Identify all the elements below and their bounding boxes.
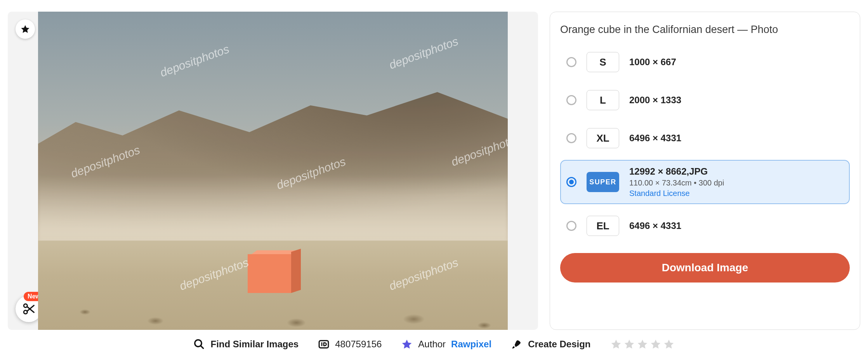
create-design-label: Create Design [528, 339, 590, 350]
search-icon [193, 338, 205, 350]
size-code-chip: XL [587, 128, 619, 148]
radio-button[interactable] [566, 221, 576, 231]
download-button[interactable]: Download Image [560, 253, 850, 283]
license-link[interactable]: Standard License [629, 189, 724, 198]
size-option-xl[interactable]: XL6496 × 4331 [560, 122, 850, 154]
size-code-chip: SUPER [587, 172, 619, 192]
author-label: Author [418, 339, 446, 350]
scissors-icon [22, 302, 36, 316]
size-option-s[interactable]: S1000 × 667 [560, 46, 850, 78]
rating-star-icon[interactable] [663, 338, 675, 350]
size-dimensions: 12992 × 8662,JPG [629, 166, 724, 177]
author-link[interactable]: Author Rawpixel [401, 338, 491, 350]
star-filled-icon [401, 338, 413, 350]
size-meta: 6496 × 4331 [629, 133, 681, 144]
create-design-button[interactable]: Create Design [511, 338, 590, 350]
size-physical: 110.00 × 73.34cm • 300 dpi [629, 179, 724, 187]
image-id-value: 480759156 [335, 339, 382, 350]
rating-stars[interactable] [610, 338, 675, 350]
size-meta: 12992 × 8662,JPG110.00 × 73.34cm • 300 d… [629, 166, 724, 198]
favorite-button[interactable] [16, 19, 35, 39]
size-dimensions: 6496 × 4331 [629, 133, 681, 144]
size-dimensions: 6496 × 4331 [629, 220, 681, 231]
image-title: Orange cube in the Californian desert — … [560, 24, 850, 36]
image-id[interactable]: 480759156 [318, 338, 382, 350]
star-icon [20, 24, 30, 34]
brush-icon [511, 338, 523, 350]
size-meta: 2000 × 1333 [629, 95, 681, 106]
size-meta: 6496 × 4331 [629, 220, 681, 231]
size-meta: 1000 × 667 [629, 57, 676, 68]
radio-button[interactable] [566, 57, 576, 67]
rating-star-icon[interactable] [637, 338, 648, 350]
rating-star-icon[interactable] [610, 338, 622, 350]
image-preview-pane: New depositphotos depositphotos depositp… [8, 12, 538, 330]
radio-button[interactable] [566, 95, 576, 105]
find-similar-button[interactable]: Find Similar Images [193, 338, 299, 350]
size-dimensions: 2000 × 1333 [629, 95, 681, 106]
image-toolbar: Find Similar Images 480759156 Author Raw… [8, 338, 860, 350]
size-code-chip: S [587, 52, 619, 72]
author-name: Rawpixel [451, 339, 491, 350]
rating-star-icon[interactable] [623, 338, 635, 350]
size-dimensions: 1000 × 667 [629, 57, 676, 68]
radio-button[interactable] [566, 133, 576, 143]
preview-image[interactable]: depositphotos depositphotos depositphoto… [38, 12, 508, 330]
find-similar-label: Find Similar Images [210, 339, 299, 350]
size-option-l[interactable]: L2000 × 1333 [560, 84, 850, 116]
purchase-sidebar: Orange cube in the Californian desert — … [550, 12, 860, 330]
size-code-chip: L [587, 90, 619, 110]
size-option-el[interactable]: EL6496 × 4331 [560, 210, 850, 242]
size-options-list: S1000 × 667L2000 × 1333XL6496 × 4331SUPE… [560, 46, 850, 242]
rating-star-icon[interactable] [650, 338, 661, 350]
radio-button[interactable] [566, 177, 576, 187]
id-icon [318, 338, 330, 350]
size-code-chip: EL [587, 216, 619, 236]
size-option-super[interactable]: SUPER12992 × 8662,JPG110.00 × 73.34cm • … [560, 160, 850, 204]
